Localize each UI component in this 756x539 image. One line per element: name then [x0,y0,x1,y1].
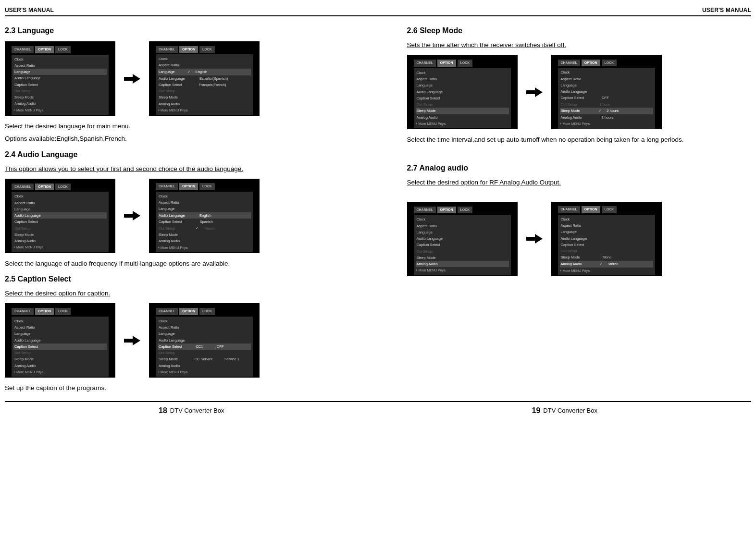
fig-2-3-row: CHANNEL OPTION LOCK Clock Aspect Ratio L… [5,41,349,116]
fig-2-4-row: CHANNEL OPTION LOCK Clock Aspect Ratio L… [5,179,349,253]
page-footer: 18 DTV Converter Box 19 DTV Converter Bo… [5,401,751,416]
arrow-right-icon [124,335,140,346]
mi-caption: Caption Select [13,82,107,88]
text-2-4-p1: Select the language of audio frequency i… [5,259,349,269]
tab-option: OPTION [35,46,54,53]
left-column: 2.3 Language CHANNEL OPTION LOCK Clock A… [5,20,349,396]
header-right: USER'S MANUAL [702,6,751,14]
mi-aspect: Aspect Ratio [13,62,107,69]
text-2-6-intro: Sets the time after which the receiver s… [407,40,752,50]
right-column: 2.6 Sleep Mode Sets the time after which… [407,20,752,396]
tab-channel: CHANNEL [12,46,34,53]
screenshot-2-3-b: CHANNEL OPTION LOCK Clock Aspect Ratio L… [149,41,260,116]
section-2-6-title: 2.6 Sleep Mode [407,25,752,37]
screenshot-2-6-b: CHANNEL OPTION LOCK Clock Aspect Ratio L… [551,55,662,129]
section-2-5-title: 2.5 Caption Select [5,273,349,285]
screenshot-2-7-b: CHANNEL OPTION LOCK Clock Aspect Ratio L… [551,202,662,276]
text-2-4-intro: This option allows you to select your fi… [5,164,349,174]
mi-sleep: Sleep Mode [13,94,107,100]
fig-2-5-row: CHANNEL OPTION LOCK Clock Aspect Ratio L… [5,303,349,378]
page-number-right: 19 DTV Converter Box [532,405,598,416]
arrow-right-icon [526,87,543,98]
menu-hint: + More MENU Priya. [13,108,107,113]
page-columns: 2.3 Language CHANNEL OPTION LOCK Clock A… [5,20,751,396]
check-icon: ✓ [187,69,191,75]
text-2-3-p1: Select the desired language for main men… [5,122,349,131]
tab-lock: LOCK [55,46,71,53]
section-2-7-title: 2.7 Analog audio [407,162,752,174]
arrow-right-icon [526,233,543,244]
screenshot-2-4-b: CHANNEL OPTION LOCK Clock Aspect Ratio L… [149,179,260,253]
check-icon: ✓ [599,261,603,267]
section-2-4-title: 2.4 Audio Language [5,149,349,160]
text-2-5-intro: Select the desired option for caption. [5,289,349,298]
section-2-3-title: 2.3 Language [5,25,349,37]
check-icon: ✓ [196,225,199,231]
screenshot-2-7-a: CHANNEL OPTION LOCK Clock Aspect Ratio L… [407,202,518,276]
screenshot-2-4-a: CHANNEL OPTION LOCK Clock Aspect Ratio L… [5,179,115,253]
screenshot-2-5-a: CHANNEL OPTION LOCK Clock Aspect Ratio L… [5,303,115,378]
fig-2-6-row: CHANNEL OPTION LOCK Clock Aspect Ratio L… [407,55,752,129]
text-2-3-p2: Options available:English,Spanish,French… [5,134,349,144]
mi-outsetup: Out Setup [13,88,107,94]
text-2-5-p1: Set up the caption of the programs. [5,383,349,393]
text-2-6-p1: Select the time interval,and set up auto… [407,135,752,145]
text-2-7-intro: Select the desired option for RF Analog … [407,178,752,187]
fig-2-7-row: CHANNEL OPTION LOCK Clock Aspect Ratio L… [407,202,752,276]
screenshot-2-3-a: CHANNEL OPTION LOCK Clock Aspect Ratio L… [5,41,115,116]
page-number-left: 18 DTV Converter Box [159,405,224,416]
check-icon: ✓ [598,108,602,114]
mi-clock: Clock [13,56,107,62]
mi-audiolang: Audio Language [13,75,107,81]
arrow-right-icon [124,74,140,84]
mi-language: Language [13,69,107,75]
arrow-right-icon [124,210,140,221]
page-header: USER'S MANUAL USER'S MANUAL [5,6,751,16]
header-left: USER'S MANUAL [5,6,54,14]
screenshot-2-6-a: CHANNEL OPTION LOCK Clock Aspect Ratio L… [407,55,518,129]
mi-analog: Analog Audio [13,100,107,107]
screenshot-2-5-b: CHANNEL OPTION LOCK Clock Aspect Ratio L… [149,303,260,378]
